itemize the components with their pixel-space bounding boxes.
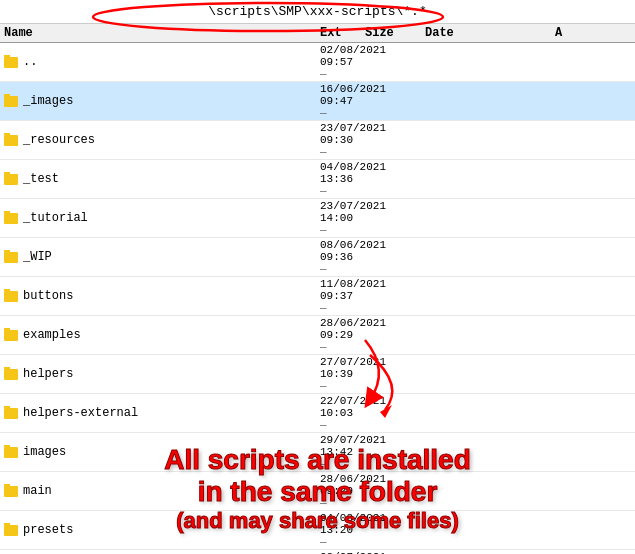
file-name-text: images bbox=[23, 445, 66, 459]
file-attr: — bbox=[320, 536, 327, 548]
file-name-cell: _WIP bbox=[0, 250, 320, 264]
file-name-text: main bbox=[23, 484, 52, 498]
table-row[interactable]: helpers-external 22/07/2021 10:03 — bbox=[0, 394, 635, 433]
file-date: 29/07/2021 13:42 bbox=[320, 434, 386, 458]
file-name-text: _test bbox=[23, 172, 59, 186]
file-ext: 28/06/2021 09:29 — bbox=[320, 473, 365, 509]
folder-icon bbox=[4, 57, 18, 68]
folder-icon bbox=[4, 96, 18, 107]
folder-icon bbox=[4, 135, 18, 146]
table-row[interactable]: images 29/07/2021 13:42 — bbox=[0, 433, 635, 472]
table-row[interactable]: buttons 11/08/2021 09:37 — bbox=[0, 277, 635, 316]
table-row[interactable]: _images 16/06/2021 09:47 — bbox=[0, 82, 635, 121]
file-name-text: buttons bbox=[23, 289, 73, 303]
folder-icon bbox=[4, 174, 18, 185]
file-attr: — bbox=[320, 263, 327, 275]
file-date: 04/08/2021 13:36 bbox=[320, 161, 386, 185]
table-row[interactable]: main 28/06/2021 09:29 — bbox=[0, 472, 635, 511]
file-ext: 04/08/2021 13:20 — bbox=[320, 512, 365, 548]
header-name[interactable]: Name bbox=[0, 26, 320, 40]
file-name-cell: presets bbox=[0, 523, 320, 537]
table-row[interactable]: presets 04/08/2021 13:20 — bbox=[0, 511, 635, 550]
file-name-text: _images bbox=[23, 94, 73, 108]
file-name-cell: .. bbox=[0, 55, 320, 69]
file-name-text: presets bbox=[23, 523, 73, 537]
file-date: 02/08/2021 09:57 bbox=[320, 44, 386, 68]
table-row[interactable]: _WIP 08/06/2021 09:36 — bbox=[0, 238, 635, 277]
file-ext: 02/08/2021 09:57 — bbox=[320, 44, 365, 80]
file-date: 23/07/2021 14:00 bbox=[320, 200, 386, 224]
file-attr: — bbox=[320, 419, 327, 431]
file-name-text: _WIP bbox=[23, 250, 52, 264]
file-name-cell: helpers-external bbox=[0, 406, 320, 420]
folder-icon bbox=[4, 447, 18, 458]
header-ext: Ext bbox=[320, 26, 365, 40]
file-attr: — bbox=[320, 302, 327, 314]
file-date: 22/07/2021 10:03 bbox=[320, 395, 386, 419]
file-attr: — bbox=[320, 146, 327, 158]
file-name-cell: main bbox=[0, 484, 320, 498]
file-date: 28/06/2021 09:29 bbox=[320, 317, 386, 341]
folder-icon bbox=[4, 369, 18, 380]
file-attr: — bbox=[320, 380, 327, 392]
table-row[interactable]: _resources 23/07/2021 09:30 — bbox=[0, 121, 635, 160]
file-date: 16/06/2021 09:47 bbox=[320, 83, 386, 107]
table-row[interactable]: .. 02/08/2021 09:57 — bbox=[0, 43, 635, 82]
file-ext: 28/06/2021 09:29 — bbox=[320, 317, 365, 353]
table-header: Name Ext Size Date A bbox=[0, 24, 635, 43]
folder-icon bbox=[4, 252, 18, 263]
path-text: \scripts\SMP\xxx-scripts\*.* bbox=[208, 4, 426, 19]
file-date: 27/07/2021 10:39 bbox=[320, 356, 386, 380]
table-row[interactable]: helpers 27/07/2021 10:39 — bbox=[0, 355, 635, 394]
file-name-text: helpers-external bbox=[23, 406, 138, 420]
header-attr: A bbox=[555, 26, 585, 40]
folder-icon bbox=[4, 486, 18, 497]
file-name-cell: _tutorial bbox=[0, 211, 320, 225]
file-attr: — bbox=[320, 107, 327, 119]
file-name-text: _tutorial bbox=[23, 211, 88, 225]
file-ext: 27/07/2021 10:39 — bbox=[320, 356, 365, 392]
file-date: 23/07/2021 09:30 bbox=[320, 122, 386, 146]
table-row[interactable]: window_framework 08/07/2021 11:39 — bbox=[0, 550, 635, 554]
file-name-cell: _resources bbox=[0, 133, 320, 147]
file-attr: — bbox=[320, 341, 327, 353]
file-date: 28/06/2021 09:29 bbox=[320, 473, 386, 497]
file-name-text: _resources bbox=[23, 133, 95, 147]
file-ext: 11/08/2021 09:37 — bbox=[320, 278, 365, 314]
folder-icon bbox=[4, 525, 18, 536]
table-row[interactable]: examples 28/06/2021 09:29 — bbox=[0, 316, 635, 355]
file-attr: — bbox=[320, 68, 327, 80]
header-size[interactable]: Size bbox=[365, 26, 425, 40]
file-name-text: .. bbox=[23, 55, 37, 69]
file-attr: — bbox=[320, 224, 327, 236]
file-name-cell: helpers bbox=[0, 367, 320, 381]
file-name-cell: images bbox=[0, 445, 320, 459]
file-date: 04/08/2021 13:20 bbox=[320, 512, 386, 536]
folder-icon bbox=[4, 291, 18, 302]
file-attr: — bbox=[320, 458, 327, 470]
table-row[interactable]: _test 04/08/2021 13:36 — bbox=[0, 160, 635, 199]
header-date[interactable]: Date bbox=[425, 26, 555, 40]
file-name-cell: examples bbox=[0, 328, 320, 342]
file-ext: 22/07/2021 10:03 — bbox=[320, 395, 365, 431]
file-date: 08/06/2021 09:36 bbox=[320, 239, 386, 263]
file-ext: 23/07/2021 14:00 — bbox=[320, 200, 365, 236]
file-name-cell: buttons bbox=[0, 289, 320, 303]
file-table: .. 02/08/2021 09:57 — _images 16/06/2021… bbox=[0, 43, 635, 554]
file-ext: 04/08/2021 13:36 — bbox=[320, 161, 365, 197]
file-name-cell: _test bbox=[0, 172, 320, 186]
file-ext: 23/07/2021 09:30 — bbox=[320, 122, 365, 158]
folder-icon bbox=[4, 330, 18, 341]
file-name-text: examples bbox=[23, 328, 81, 342]
table-row[interactable]: _tutorial 23/07/2021 14:00 — bbox=[0, 199, 635, 238]
path-bar: \scripts\SMP\xxx-scripts\*.* bbox=[0, 0, 635, 24]
file-date: 11/08/2021 09:37 bbox=[320, 278, 386, 302]
file-attr: — bbox=[320, 497, 327, 509]
file-name-cell: _images bbox=[0, 94, 320, 108]
folder-icon bbox=[4, 408, 18, 419]
folder-icon bbox=[4, 213, 18, 224]
file-ext: 29/07/2021 13:42 — bbox=[320, 434, 365, 470]
file-name-text: helpers bbox=[23, 367, 73, 381]
file-ext: 16/06/2021 09:47 — bbox=[320, 83, 365, 119]
file-attr: — bbox=[320, 185, 327, 197]
